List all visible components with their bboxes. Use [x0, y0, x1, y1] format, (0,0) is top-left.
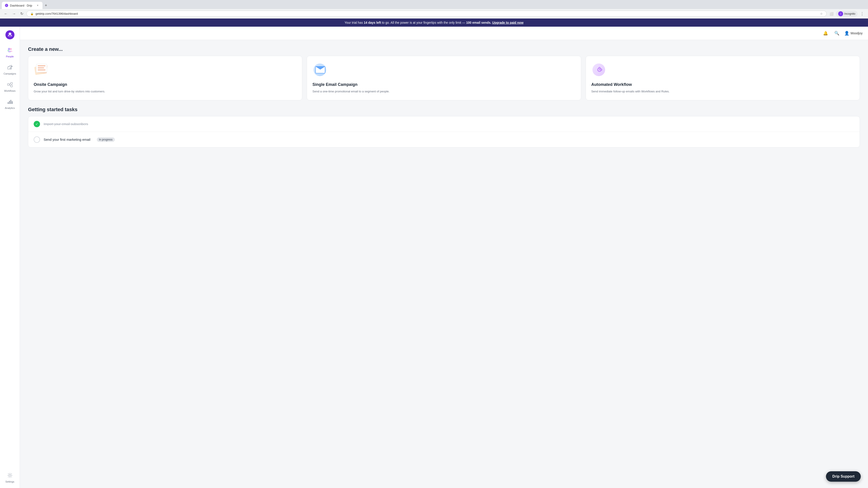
extensions-btn[interactable]: ⬜	[829, 11, 835, 17]
svg-rect-17	[12, 101, 13, 104]
svg-point-20	[599, 67, 600, 69]
settings-icon	[6, 471, 14, 480]
nav-refresh-btn[interactable]: ↻	[19, 11, 25, 17]
svg-rect-14	[8, 102, 8, 104]
sidebar-logo[interactable]	[4, 29, 16, 40]
address-star-icon: ☆	[820, 12, 823, 15]
tasks-container: ✓ Import your email subscribers Send you…	[28, 116, 860, 148]
nav-back-btn[interactable]: ←	[3, 11, 9, 17]
sidebar-item-campaigns-label: Campaigns	[4, 72, 16, 75]
sidebar-item-workflows-label: Workflows	[4, 90, 16, 92]
tab-favicon: D	[5, 4, 8, 7]
banner-highlight: 14 days left	[364, 21, 381, 24]
task-import-label: Import your email subscribers	[43, 122, 88, 126]
incognito-label: Incognito	[844, 12, 855, 15]
svg-rect-15	[9, 101, 10, 104]
task-check-pending-icon	[34, 136, 40, 143]
app-wrapper: Your trial has 14 days left to go. All t…	[0, 19, 868, 488]
people-icon	[6, 46, 14, 54]
sidebar-item-settings[interactable]: Settings	[1, 469, 19, 485]
sidebar-item-analytics-label: Analytics	[5, 107, 15, 109]
task-item-first-email[interactable]: Send your first marketing email In progr…	[28, 132, 860, 147]
task-in-progress-badge: In progress	[97, 137, 115, 142]
page-content: Create a new...	[20, 40, 868, 488]
workflow-title: Automated Workflow	[591, 82, 854, 87]
workflow-desc: Send immediate follow-up emails with Wor…	[591, 89, 854, 94]
task-check-done-icon: ✓	[34, 121, 40, 127]
address-text: getdrip.com/7641396/dashboard	[35, 12, 818, 15]
browser-chrome: D Dashboard · Drip × + ← → ↻ 🔒 getdrip.c…	[0, 0, 868, 19]
workflow-card[interactable]: Automated Workflow Send immediate follow…	[586, 56, 860, 100]
svg-rect-13	[11, 85, 12, 87]
main-layout: People Campaigns	[0, 27, 868, 488]
tab-bar: D Dashboard · Drip × +	[0, 0, 868, 9]
sidebar-item-settings-label: Settings	[5, 480, 14, 483]
svg-rect-11	[7, 84, 9, 86]
user-menu[interactable]: 👤 Moodjoy	[844, 31, 863, 36]
topbar: 🔔 🔍 👤 Moodjoy	[20, 27, 868, 40]
svg-rect-12	[11, 83, 12, 84]
banner-text-before: Your trial has	[344, 21, 364, 24]
active-tab[interactable]: D Dashboard · Drip ×	[2, 2, 42, 9]
sidebar-item-analytics[interactable]: Analytics	[1, 95, 19, 111]
incognito-avatar: I	[838, 11, 843, 16]
create-section: Create a new...	[28, 46, 860, 100]
drip-support-btn[interactable]: Drip Support	[826, 471, 861, 482]
svg-point-18	[9, 475, 11, 476]
new-tab-btn[interactable]: +	[42, 2, 50, 9]
sidebar: People Campaigns	[0, 27, 20, 488]
tab-title: Dashboard · Drip	[10, 4, 32, 7]
tasks-section: Getting started tasks ✓ Import your emai…	[28, 107, 860, 148]
nav-right-area: ⬜ I Incognito ⋮	[829, 10, 865, 18]
workflows-icon	[6, 80, 14, 89]
onsite-campaign-desc: Grow your list and turn drive-by visitor…	[34, 89, 297, 94]
analytics-icon	[6, 98, 14, 106]
onsite-campaign-icon	[34, 62, 50, 78]
sidebar-item-campaigns[interactable]: Campaigns	[1, 61, 19, 77]
address-lock-icon: 🔒	[30, 12, 34, 15]
tab-close-btn[interactable]: ×	[36, 3, 39, 7]
svg-point-6	[10, 48, 12, 50]
cards-row: Onsite Campaign Grow your list and turn …	[28, 56, 860, 100]
banner-upgrade-link[interactable]: Upgrade to paid now	[492, 21, 523, 24]
user-name: Moodjoy	[850, 31, 863, 35]
email-campaign-icon	[312, 62, 329, 78]
create-section-title: Create a new...	[28, 46, 860, 52]
svg-point-9	[10, 51, 12, 52]
task-first-email-label: Send your first marketing email	[43, 138, 90, 141]
search-btn[interactable]: 🔍	[833, 29, 841, 37]
sidebar-item-workflows[interactable]: Workflows	[1, 78, 19, 94]
tasks-section-title: Getting started tasks	[28, 107, 860, 112]
banner-highlight2: 100 email sends.	[466, 21, 491, 24]
email-campaign-desc: Send a one-time promotional email to a s…	[312, 89, 575, 94]
campaigns-icon	[6, 63, 14, 71]
address-bar[interactable]: 🔒 getdrip.com/7641396/dashboard ☆	[26, 11, 827, 17]
browser-menu-btn[interactable]: ⋮	[859, 10, 865, 18]
svg-point-3	[11, 35, 12, 36]
incognito-badge: I Incognito	[836, 11, 858, 17]
svg-rect-16	[10, 100, 11, 104]
nav-bar: ← → ↻ 🔒 getdrip.com/7641396/dashboard ☆ …	[0, 9, 868, 19]
banner-text-middle: to go. All the power is at your fingerti…	[381, 21, 466, 24]
email-campaign-title: Single Email Campaign	[312, 82, 575, 87]
onsite-campaign-title: Onsite Campaign	[34, 82, 297, 87]
nav-forward-btn[interactable]: →	[11, 11, 17, 17]
task-item-import[interactable]: ✓ Import your email subscribers	[28, 116, 860, 132]
notifications-btn[interactable]: 🔔	[822, 29, 829, 37]
email-campaign-card[interactable]: Single Email Campaign Send a one-time pr…	[307, 56, 581, 100]
sidebar-item-people[interactable]: People	[1, 44, 19, 60]
user-icon: 👤	[844, 31, 849, 36]
svg-point-10	[11, 66, 12, 67]
sidebar-item-people-label: People	[6, 55, 13, 58]
svg-point-2	[8, 35, 9, 36]
svg-point-21	[600, 69, 602, 70]
svg-point-5	[8, 48, 10, 50]
workflow-icon	[591, 62, 608, 78]
svg-point-1	[8, 33, 11, 35]
svg-point-4	[9, 36, 10, 37]
trial-banner: Your trial has 14 days left to go. All t…	[0, 19, 868, 27]
onsite-campaign-card[interactable]: Onsite Campaign Grow your list and turn …	[28, 56, 302, 100]
